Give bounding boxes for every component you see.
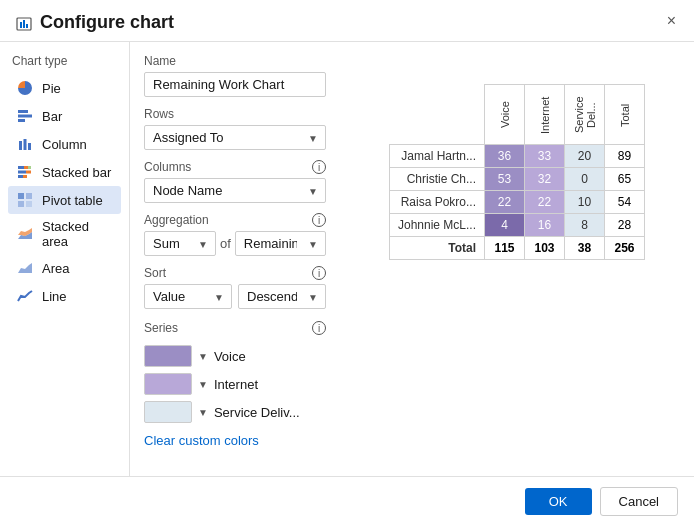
cell-0-total: 89 xyxy=(605,145,645,168)
total-label: Total xyxy=(389,237,484,260)
row-label-0: Jamal Hartn... xyxy=(389,145,484,168)
svg-rect-20 xyxy=(26,201,32,207)
table-row: Johnnie McL... 4 16 8 28 xyxy=(389,214,644,237)
voice-swatch-arrow[interactable]: ▼ xyxy=(198,351,208,362)
internet-color-swatch[interactable] xyxy=(144,373,192,395)
svg-rect-1 xyxy=(20,22,22,28)
columns-label: Columns xyxy=(144,160,191,174)
svg-rect-9 xyxy=(28,143,31,150)
chart-type-column[interactable]: Column xyxy=(8,130,121,158)
chart-type-line[interactable]: Line xyxy=(8,282,121,310)
cell-2-total: 54 xyxy=(605,191,645,214)
col-header-voice: Voice xyxy=(485,85,525,145)
aggregation-info-icon[interactable]: i xyxy=(312,213,326,227)
table-row: Raisa Pokro... 22 22 10 54 xyxy=(389,191,644,214)
sort-label: Sort xyxy=(144,266,166,280)
cell-3-internet: 16 xyxy=(525,214,565,237)
table-row-total: Total 115 103 38 256 xyxy=(389,237,644,260)
name-input[interactable] xyxy=(144,72,326,97)
cell-0-service: 20 xyxy=(565,145,605,168)
internet-swatch-arrow[interactable]: ▼ xyxy=(198,379,208,390)
empty-corner xyxy=(389,85,484,145)
agg-func-select[interactable]: Sum xyxy=(144,231,216,256)
col-header-internet: Internet xyxy=(525,85,565,145)
svg-rect-18 xyxy=(26,193,32,199)
bar-label: Bar xyxy=(42,109,62,124)
column-label: Column xyxy=(42,137,87,152)
chart-type-area[interactable]: Area xyxy=(8,254,121,282)
columns-info-icon[interactable]: i xyxy=(312,160,326,174)
service-series-name: Service Deliv... xyxy=(214,405,300,420)
chart-icon xyxy=(16,15,32,31)
cancel-button[interactable]: Cancel xyxy=(600,487,678,516)
total-all: 256 xyxy=(605,237,645,260)
service-color-swatch[interactable] xyxy=(144,401,192,423)
stacked-bar-icon xyxy=(16,163,34,181)
cell-2-internet: 22 xyxy=(525,191,565,214)
total-service: 38 xyxy=(565,237,605,260)
voice-series-name: Voice xyxy=(214,349,246,364)
bar-icon xyxy=(16,107,34,125)
settings-panel: Name Rows Assigned To ▼ Columns i Node N… xyxy=(130,42,340,476)
aggregation-label: Aggregation xyxy=(144,213,209,227)
svg-rect-6 xyxy=(18,119,25,122)
internet-series-name: Internet xyxy=(214,377,258,392)
svg-rect-5 xyxy=(18,115,32,118)
table-row: Christie Ch... 53 32 0 65 xyxy=(389,168,644,191)
chart-type-pie[interactable]: Pie xyxy=(8,74,121,102)
cell-1-voice: 53 xyxy=(485,168,525,191)
chart-type-bar[interactable]: Bar xyxy=(8,102,121,130)
series-item-service: ▼ Service Deliv... xyxy=(144,401,326,423)
ok-button[interactable]: OK xyxy=(525,488,592,515)
pie-label: Pie xyxy=(42,81,61,96)
svg-rect-13 xyxy=(18,171,26,174)
svg-rect-16 xyxy=(23,175,27,178)
pie-icon xyxy=(16,79,34,97)
dialog-body: Chart type Pie Bar Column xyxy=(0,42,694,476)
chart-type-pivot-table[interactable]: Pivot table xyxy=(8,186,121,214)
rows-select[interactable]: Assigned To xyxy=(144,125,326,150)
agg-field-select[interactable]: Remaining Work xyxy=(235,231,326,256)
cell-1-total: 65 xyxy=(605,168,645,191)
svg-rect-2 xyxy=(23,20,25,28)
line-label: Line xyxy=(42,289,67,304)
sort-info-icon[interactable]: i xyxy=(312,266,326,280)
cell-1-service: 0 xyxy=(565,168,605,191)
col-header-service: Service Del... xyxy=(565,85,605,145)
row-label-3: Johnnie McL... xyxy=(389,214,484,237)
cell-1-internet: 32 xyxy=(525,168,565,191)
voice-color-swatch[interactable] xyxy=(144,345,192,367)
row-label-1: Christie Ch... xyxy=(389,168,484,191)
series-info-icon[interactable]: i xyxy=(312,321,326,335)
table-row: Jamal Hartn... 36 33 20 89 xyxy=(389,145,644,168)
columns-select-wrapper: Node Name ▼ xyxy=(144,178,326,203)
cell-2-voice: 22 xyxy=(485,191,525,214)
stacked-bar-label: Stacked bar xyxy=(42,165,111,180)
chart-preview-panel: Voice Internet Service Del... Total Jama… xyxy=(340,42,694,476)
sort-dir-select[interactable]: Descending xyxy=(238,284,326,309)
stacked-area-label: Stacked area xyxy=(42,219,113,249)
clear-colors-link[interactable]: Clear custom colors xyxy=(144,433,259,448)
svg-rect-3 xyxy=(26,24,28,28)
rows-select-wrapper: Assigned To ▼ xyxy=(144,125,326,150)
close-button[interactable]: × xyxy=(661,10,682,32)
pivot-table: Voice Internet Service Del... Total Jama… xyxy=(389,84,645,260)
columns-select[interactable]: Node Name xyxy=(144,178,326,203)
chart-type-stacked-bar[interactable]: Stacked bar xyxy=(8,158,121,186)
service-swatch-arrow[interactable]: ▼ xyxy=(198,407,208,418)
svg-rect-7 xyxy=(19,141,22,150)
column-icon xyxy=(16,135,34,153)
svg-rect-4 xyxy=(18,110,28,113)
name-label: Name xyxy=(144,54,326,68)
sort-field-wrapper: Value ▼ xyxy=(144,284,232,309)
cell-2-service: 10 xyxy=(565,191,605,214)
rows-label: Rows xyxy=(144,107,174,121)
chart-type-stacked-area[interactable]: Stacked area xyxy=(8,214,121,254)
sort-field-select[interactable]: Value xyxy=(144,284,232,309)
line-icon xyxy=(16,287,34,305)
of-text: of xyxy=(220,236,231,251)
chart-types-panel: Chart type Pie Bar Column xyxy=(0,42,130,476)
cell-3-voice: 4 xyxy=(485,214,525,237)
svg-rect-19 xyxy=(18,201,24,207)
svg-rect-10 xyxy=(18,166,24,169)
